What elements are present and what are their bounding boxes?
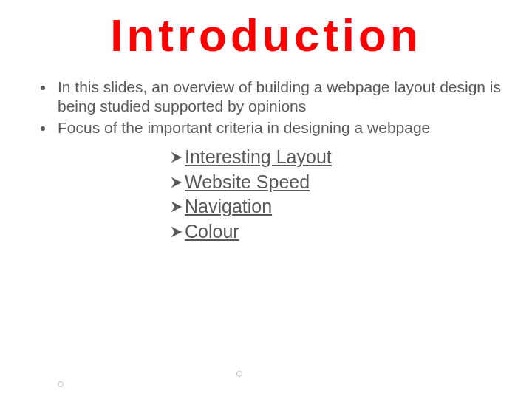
svg-marker-1 — [171, 177, 182, 187]
bullet-list: In this slides, an overview of building … — [0, 78, 532, 137]
chevron-right-icon — [170, 194, 183, 219]
chevron-right-icon — [170, 219, 183, 245]
bullet-item: Focus of the important criteria in desig… — [55, 118, 502, 137]
sub-list: Interesting Layout Website Speed Navigat… — [170, 145, 532, 245]
chevron-right-icon — [170, 170, 183, 195]
sub-list-label: Interesting Layout — [185, 146, 332, 167]
svg-marker-2 — [171, 202, 182, 212]
slide: Introduction In this slides, an overview… — [0, 9, 532, 399]
sub-list-label: Colour — [185, 221, 239, 242]
sub-list-item: Colour — [170, 219, 532, 245]
sub-list-label: Website Speed — [185, 171, 310, 192]
chevron-right-icon — [170, 145, 183, 170]
sub-list-item: Navigation — [170, 194, 532, 219]
sub-list-item: Interesting Layout — [170, 145, 532, 170]
decorative-dot — [236, 371, 242, 377]
decorative-dot — [58, 381, 64, 387]
svg-marker-0 — [171, 152, 182, 163]
sub-list-item: Website Speed — [170, 170, 532, 195]
slide-title: Introduction — [0, 9, 532, 61]
svg-marker-3 — [171, 227, 182, 237]
bullet-item: In this slides, an overview of building … — [55, 78, 502, 117]
sub-list-label: Navigation — [185, 196, 272, 216]
